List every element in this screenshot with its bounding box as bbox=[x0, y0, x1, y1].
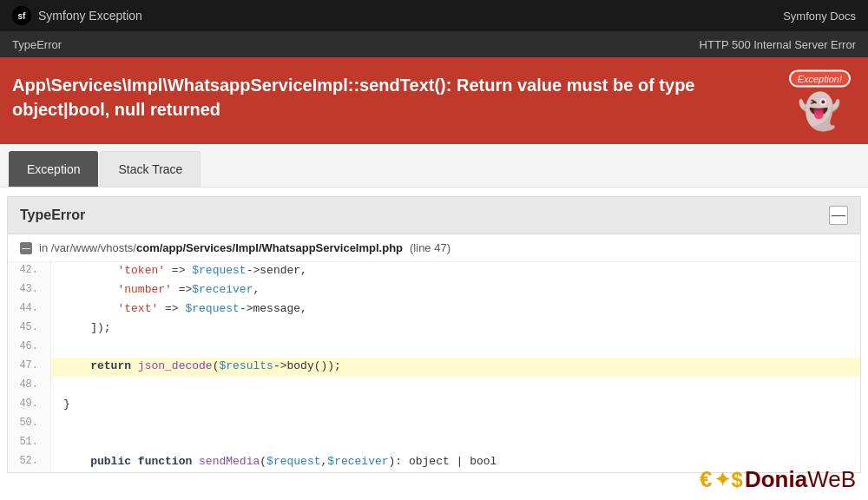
code-text: public function sendMedia($request,$rece… bbox=[51, 453, 509, 472]
top-navigation-bar: sf Symfony Exception Symfony Docs bbox=[0, 0, 868, 31]
code-text: return json_decode($results->body()); bbox=[51, 358, 353, 377]
code-text bbox=[51, 339, 82, 358]
docs-link[interactable]: Symfony Docs bbox=[783, 10, 856, 23]
error-banner: App\Services\Impl\WhatsappServiceImpl::s… bbox=[0, 57, 868, 144]
tabs-bar: Exception Stack Trace bbox=[0, 144, 868, 188]
file-info-bar: — in /var/www/vhosts/com/app/Services/Im… bbox=[8, 234, 860, 262]
code-line-43: 43. 'number' =>$receiver, bbox=[8, 281, 860, 300]
code-text bbox=[51, 434, 82, 453]
section-title: TypeError bbox=[20, 207, 85, 223]
line-number: 42. bbox=[8, 262, 51, 281]
code-line-51: 51. bbox=[8, 434, 860, 453]
main-content-area: TypeError — — in /var/www/vhosts/com/app… bbox=[7, 196, 861, 473]
tab-stack-trace[interactable]: Stack Trace bbox=[100, 151, 201, 187]
code-text: } bbox=[51, 396, 82, 415]
code-line-47-highlighted: 47. return json_decode($results->body())… bbox=[8, 358, 860, 377]
line-number: 51. bbox=[8, 434, 51, 453]
code-block: 42. 'token' => $request->sender, 43. 'nu… bbox=[8, 262, 860, 472]
brand-spark-icon: ✦ bbox=[714, 469, 730, 483]
code-line-42: 42. 'token' => $request->sender, bbox=[8, 262, 860, 281]
line-number: 47. bbox=[8, 358, 51, 377]
line-number: 44. bbox=[8, 300, 51, 319]
brand-euro-icon: € bbox=[700, 466, 712, 482]
http-status-label: HTTP 500 Internal Server Error bbox=[700, 38, 856, 51]
line-number: 46. bbox=[8, 339, 51, 358]
error-message: App\Services\Impl\WhatsappServiceImpl::s… bbox=[12, 73, 724, 122]
collapse-button[interactable]: — bbox=[829, 206, 848, 225]
code-line-50: 50. bbox=[8, 415, 860, 434]
code-line-46: 46. bbox=[8, 339, 860, 358]
code-text bbox=[51, 377, 82, 396]
app-title: Symfony Exception bbox=[38, 9, 142, 23]
line-number: 45. bbox=[8, 319, 51, 339]
code-text: ]); bbox=[51, 319, 123, 339]
line-number: 50. bbox=[8, 415, 51, 434]
code-line-48: 48. bbox=[8, 377, 860, 396]
line-number: 49. bbox=[8, 396, 51, 415]
code-text: 'text' => $request->message, bbox=[51, 300, 319, 319]
code-line-44: 44. 'text' => $request->message, bbox=[8, 300, 860, 319]
tab-exception[interactable]: Exception bbox=[9, 151, 98, 187]
line-number: 48. bbox=[8, 377, 51, 396]
line-number: 43. bbox=[8, 281, 51, 300]
ghost-icon: 👻 bbox=[798, 91, 841, 132]
file-path: in /var/www/vhosts/com/app/Services/Impl… bbox=[39, 241, 403, 254]
section-header: TypeError — bbox=[8, 197, 860, 234]
code-line-49: 49. } bbox=[8, 396, 860, 415]
line-reference: (line 47) bbox=[410, 241, 450, 254]
symfony-logo-icon: sf bbox=[12, 6, 31, 25]
brand-name-label: DoniaWeB bbox=[745, 466, 856, 482]
code-line-45: 45. ]); bbox=[8, 319, 860, 339]
code-text bbox=[51, 415, 82, 434]
code-text: 'token' => $request->sender, bbox=[51, 262, 319, 281]
branding-watermark: € ✦ $ DoniaWeB bbox=[700, 466, 856, 482]
line-number: 52. bbox=[8, 453, 51, 472]
exception-badge: Exception! bbox=[789, 70, 851, 88]
error-type-label: TypeError bbox=[12, 38, 62, 51]
exception-ghost-decoration: Exception! 👻 bbox=[789, 70, 851, 132]
sub-navigation-bar: TypeError HTTP 500 Internal Server Error bbox=[0, 31, 868, 57]
top-bar-left: sf Symfony Exception bbox=[12, 6, 142, 25]
code-text: 'number' =>$receiver, bbox=[51, 281, 272, 300]
expand-collapse-icon[interactable]: — bbox=[20, 242, 32, 254]
brand-dollar-icon: $ bbox=[732, 468, 743, 483]
